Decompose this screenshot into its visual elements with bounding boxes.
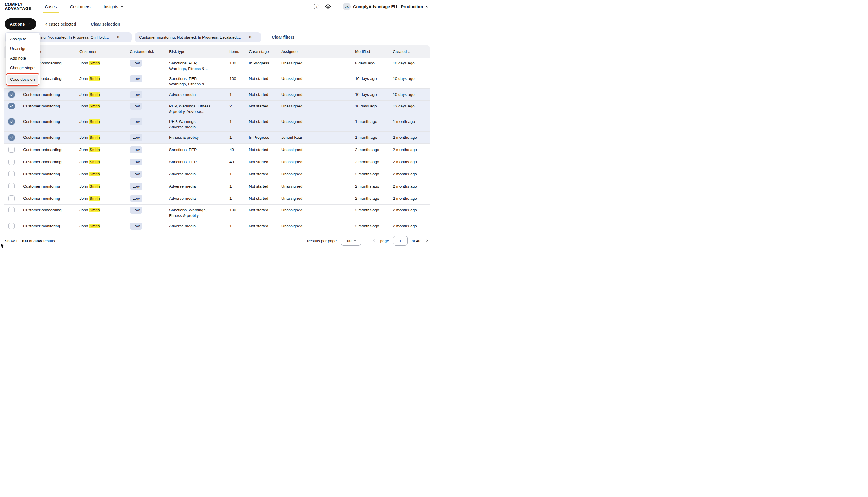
page-label: page xyxy=(380,239,389,243)
table-row[interactable]: Customer onboarding John Smith Low Sanct… xyxy=(4,205,430,220)
risk-badge: Low xyxy=(130,91,143,98)
table-row[interactable]: Customer monitoring John Smith Low Adver… xyxy=(4,88,430,101)
cell-case-stage: Not started xyxy=(249,119,281,124)
col-header-created[interactable]: Created↓ xyxy=(393,49,430,55)
table-row[interactable]: Customer monitoring John Smith Low Adver… xyxy=(4,168,430,180)
checkmark-icon xyxy=(10,119,14,124)
results-summary-show: Show xyxy=(5,239,15,243)
cell-created: 2 months ago xyxy=(393,147,430,152)
table-header-row: Case type Customer Customer risk Risk ty… xyxy=(4,45,430,58)
chevron-down-icon xyxy=(120,5,124,9)
cell-items: 1 xyxy=(230,135,249,140)
table-row[interactable]: Customer onboarding John Smith Low Sanct… xyxy=(4,73,430,88)
col-header-items[interactable]: Items xyxy=(230,49,249,54)
cell-customer: John Smith xyxy=(79,171,130,177)
brand-logo[interactable]: COMPLY ADVANTAGE xyxy=(5,3,31,11)
cell-items: 1 xyxy=(230,92,249,97)
tab-customers[interactable]: Customers xyxy=(70,0,90,13)
cell-case-stage: Not started xyxy=(249,183,281,189)
row-checkbox[interactable] xyxy=(9,118,15,125)
menu-item-change-stage[interactable]: Change stage xyxy=(7,63,38,73)
cell-items: 49 xyxy=(230,159,249,165)
table-row[interactable]: Customer monitoring John Smith Low Adver… xyxy=(4,193,430,205)
page-number-input[interactable]: 1 xyxy=(393,236,408,245)
actions-button[interactable]: Actions xyxy=(5,18,36,30)
cell-modified: 2 months ago xyxy=(355,171,393,177)
selected-count: 4 cases selected xyxy=(45,22,76,26)
tab-insights[interactable]: Insights xyxy=(104,0,124,13)
checkmark-icon xyxy=(10,136,14,140)
cell-customer: John Smith xyxy=(79,103,130,109)
search-highlight: Smith xyxy=(89,76,100,81)
cell-modified: 1 month ago xyxy=(355,135,393,140)
col-header-customer[interactable]: Customer xyxy=(79,49,130,54)
row-checkbox[interactable] xyxy=(9,195,15,201)
row-checkbox[interactable] xyxy=(9,171,15,177)
sort-desc-icon: ↓ xyxy=(408,49,410,54)
chip-remove-button[interactable]: × xyxy=(113,32,123,42)
bulk-actions-toolbar: Actions 4 cases selected Clear selection xyxy=(0,18,434,30)
cell-case-stage: Not started xyxy=(249,207,281,213)
cell-items: 1 xyxy=(230,183,249,189)
cell-case-stage: Not started xyxy=(249,76,281,81)
clear-selection-button[interactable]: Clear selection xyxy=(91,22,120,26)
table-row[interactable]: Customer onboarding John Smith Low Sanct… xyxy=(4,58,430,73)
row-checkbox[interactable] xyxy=(9,207,15,213)
cell-case-type: Customer onboarding xyxy=(23,159,79,165)
clear-filters-button[interactable]: Clear filters xyxy=(272,35,294,40)
cell-modified: 2 months ago xyxy=(355,147,393,152)
tab-customers-label: Customers xyxy=(70,4,90,9)
cell-items: 100 xyxy=(230,207,249,213)
tab-insights-label: Insights xyxy=(104,4,118,9)
table-row[interactable]: Customer monitoring John Smith Low Adver… xyxy=(4,220,430,232)
row-checkbox[interactable] xyxy=(9,91,15,98)
page-navigation: page 1 of 40 xyxy=(372,236,429,245)
settings-gear-icon[interactable] xyxy=(325,3,331,10)
table-row[interactable]: Customer monitoring John Smith Low PEP, … xyxy=(4,116,430,131)
row-checkbox[interactable] xyxy=(9,146,15,153)
cell-assignee: Unassigned xyxy=(281,119,355,124)
col-header-customer-risk[interactable]: Customer risk xyxy=(130,49,169,54)
cell-customer-risk: Low xyxy=(130,135,169,141)
menu-item-assign-to[interactable]: Assign to xyxy=(7,34,38,44)
cell-assignee: Unassigned xyxy=(281,147,355,152)
row-checkbox[interactable] xyxy=(9,103,15,109)
col-header-risk-type[interactable]: Risk type xyxy=(169,49,230,54)
cell-risk-type: Sanctions, PEP,Warnings, Fitness &... xyxy=(169,60,230,71)
org-switcher[interactable]: JK ComplyAdvantage EU - Production xyxy=(343,3,429,11)
table-row[interactable]: Customer monitoring John Smith Low Fitne… xyxy=(4,131,430,144)
col-header-assignee[interactable]: Assignee xyxy=(281,49,355,54)
col-header-modified[interactable]: Modified xyxy=(355,49,393,54)
table-row[interactable]: Customer monitoring John Smith Low PEP, … xyxy=(4,101,430,116)
next-page-button[interactable] xyxy=(424,238,429,243)
tab-cases[interactable]: Cases xyxy=(45,0,57,13)
cell-risk-type: Adverse media xyxy=(169,223,230,229)
row-checkbox[interactable] xyxy=(9,134,15,141)
row-checkbox[interactable] xyxy=(9,183,15,189)
menu-item-case-decision[interactable]: Case decision xyxy=(7,75,38,84)
cell-risk-type: Sanctions, PEP xyxy=(169,147,230,152)
previous-page-button[interactable] xyxy=(372,238,376,243)
results-per-page-select[interactable]: 100 xyxy=(341,236,361,245)
filter-chip[interactable]: Customer monitoring: Not started, In Pro… xyxy=(135,32,261,42)
cell-modified: 2 months ago xyxy=(355,159,393,165)
cell-customer-risk: Low xyxy=(130,207,169,214)
cell-customer-risk: Low xyxy=(130,223,169,230)
table-row[interactable]: Customer onboarding John Smith Low Sanct… xyxy=(4,144,430,156)
cell-risk-type: Adverse media xyxy=(169,92,230,97)
col-header-case-stage[interactable]: Case stage xyxy=(249,49,281,54)
row-checkbox[interactable] xyxy=(9,159,15,165)
nav-right-cluster: ? JK ComplyAdvantage EU - Production xyxy=(314,3,429,11)
cases-page: COMPLY ADVANTAGE Cases Customers Insight… xyxy=(0,0,434,248)
table-row[interactable]: Customer onboarding John Smith Low Sanct… xyxy=(4,156,430,168)
chip-remove-button[interactable]: × xyxy=(245,32,255,42)
cell-case-type: Customer monitoring xyxy=(23,119,79,124)
table-row[interactable]: Customer monitoring John Smith Low Adver… xyxy=(4,180,430,193)
results-per-page-label: Results per page xyxy=(307,239,337,243)
help-icon[interactable]: ? xyxy=(314,4,319,9)
row-checkbox[interactable] xyxy=(9,223,15,229)
cell-modified: 2 months ago xyxy=(355,183,393,189)
menu-item-unassign[interactable]: Unassign xyxy=(7,44,38,53)
chevron-right-icon xyxy=(424,238,429,243)
menu-item-add-note[interactable]: Add note xyxy=(7,53,38,63)
